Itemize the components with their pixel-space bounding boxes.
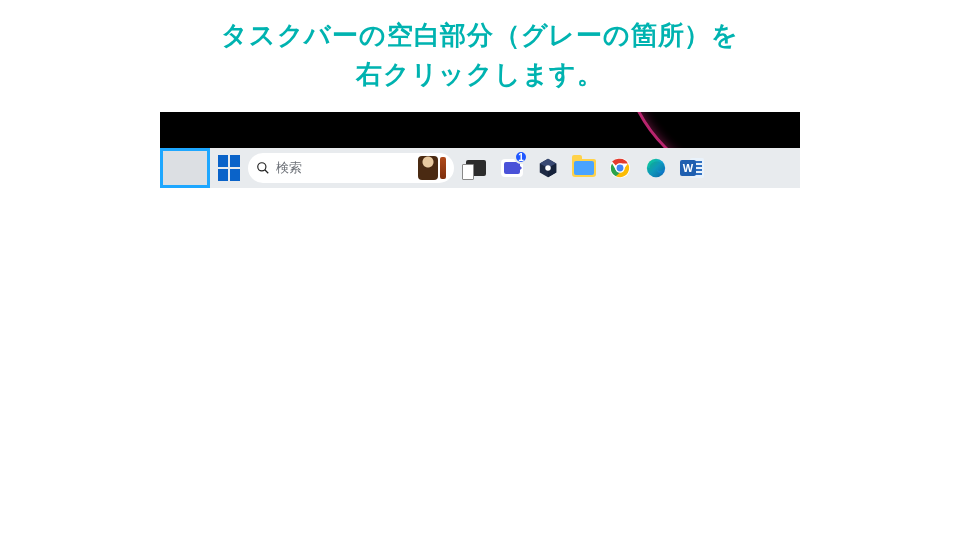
instruction-text: タスクバーの空白部分（グレーの箇所）を 右クリックします。 (0, 16, 960, 94)
task-view-button[interactable] (462, 154, 490, 182)
chrome-icon (609, 157, 631, 179)
wallpaper-arc (620, 112, 800, 148)
svg-point-0 (258, 163, 266, 171)
file-explorer-button[interactable] (570, 154, 598, 182)
word-button[interactable]: W (678, 154, 706, 182)
notification-badge: 1 (514, 150, 528, 164)
chrome-button[interactable] (606, 154, 634, 182)
windows-start-icon (218, 155, 240, 181)
task-view-icon (466, 160, 486, 176)
search-right-decoration (418, 156, 446, 180)
taskbar-icons-row: 検索 1 (212, 148, 706, 188)
svg-point-5 (545, 165, 551, 171)
search-highlight-figure-icon (418, 156, 438, 180)
desktop-background-strip (160, 112, 800, 148)
app-cube-icon (537, 157, 559, 179)
search-placeholder: 検索 (276, 159, 412, 177)
word-icon: W (680, 156, 704, 180)
chat-button[interactable]: 1 (498, 154, 526, 182)
screenshot-panel: 検索 1 (160, 112, 800, 188)
edge-icon (645, 157, 667, 179)
search-highlight-pillar-icon (440, 157, 446, 179)
start-button[interactable] (212, 154, 240, 182)
search-icon (256, 161, 270, 175)
instruction-line-1: タスクバーの空白部分（グレーの箇所）を (0, 16, 960, 55)
word-letter: W (680, 160, 696, 176)
search-box[interactable]: 検索 (248, 153, 454, 183)
svg-line-1 (265, 170, 269, 174)
taskbar-empty-area-highlight[interactable] (160, 148, 210, 188)
instruction-line-2: 右クリックします。 (0, 55, 960, 94)
edge-button[interactable] (642, 154, 670, 182)
app-cube-button[interactable] (534, 154, 562, 182)
file-explorer-icon (572, 159, 596, 177)
